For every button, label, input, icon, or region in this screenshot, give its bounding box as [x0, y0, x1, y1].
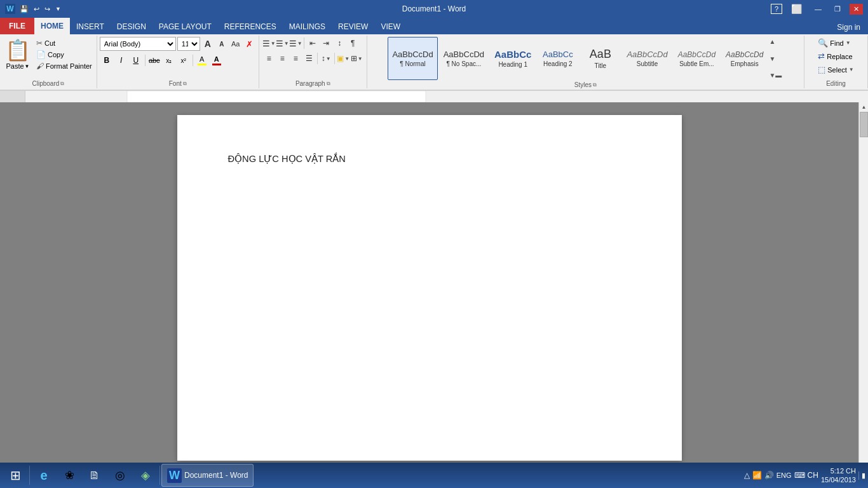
find-button[interactable]: 🔍 Find ▼	[815, 37, 857, 49]
app1-taskbar-btn[interactable]: ❀	[57, 464, 82, 487]
start-icon: ⊞	[10, 468, 21, 483]
tab-home[interactable]: HOME	[34, 18, 70, 34]
window-restore-btn[interactable]: ⬜	[787, 3, 806, 15]
styles-scroll-up[interactable]: ▲	[769, 38, 782, 45]
align-center-btn[interactable]: ≡	[276, 52, 288, 65]
grow-font-btn[interactable]: A	[201, 37, 214, 50]
select-icon: ⬚	[818, 65, 825, 74]
font-color-btn[interactable]: A	[210, 53, 224, 67]
paragraph-expand-icon[interactable]: ⧉	[327, 81, 330, 87]
styles-scroll-down[interactable]: ▼	[769, 55, 782, 62]
font-name-select[interactable]: Arial (Body)	[100, 37, 176, 51]
clear-format-btn[interactable]: ✗	[243, 37, 256, 50]
numbering-btn[interactable]: ☰▼	[276, 37, 288, 50]
app2-taskbar-btn[interactable]: 🗎	[82, 464, 107, 487]
shrink-font-btn[interactable]: A	[215, 37, 228, 50]
find-dropdown-icon[interactable]: ▼	[846, 40, 851, 46]
show-formatting-btn[interactable]: ¶	[346, 37, 359, 50]
keyboard-icon: ⌨	[794, 471, 805, 480]
select-dropdown-icon[interactable]: ▼	[849, 67, 854, 72]
bold-btn[interactable]: B	[100, 53, 114, 67]
style-subtle-label: Subtle Em...	[679, 60, 714, 67]
document-content[interactable]: ĐỘNG LỰC HỌC VẬT RẮN	[228, 153, 631, 164]
tab-pagelayout[interactable]: PAGE LAYOUT	[153, 19, 218, 34]
bullets-btn[interactable]: ☰▼	[262, 37, 275, 50]
text-highlight-btn[interactable]: A	[195, 53, 209, 67]
tab-mailings[interactable]: MAILINGS	[283, 19, 332, 34]
format-painter-button[interactable]: 🖌 Format Painter	[34, 61, 94, 71]
style-title[interactable]: AaB Title	[580, 37, 621, 80]
sort-btn[interactable]: ↕	[333, 37, 346, 50]
tab-design[interactable]: DESIGN	[111, 19, 153, 34]
style-heading2[interactable]: AaBbCc Heading 2	[537, 37, 578, 80]
tab-file[interactable]: FILE	[0, 18, 34, 34]
font-size-select[interactable]: 11	[177, 37, 200, 51]
tab-review[interactable]: REVIEW	[332, 19, 374, 34]
help-btn[interactable]: ?	[771, 4, 782, 14]
app4-taskbar-btn[interactable]: ◈	[133, 464, 158, 487]
increase-indent-btn[interactable]: ⇥	[320, 37, 332, 50]
font-group: Arial (Body) 11 A A Aa ✗ B I U abc x₂ x²	[97, 36, 259, 88]
underline-btn[interactable]: U	[129, 53, 143, 67]
sign-in-btn[interactable]: Sign in	[832, 20, 865, 34]
replace-button[interactable]: ⇄ Replace	[815, 50, 857, 62]
save-quick-btn[interactable]: 💾	[18, 4, 31, 15]
style-subtle-emphasis[interactable]: AaBbCcDd Subtle Em...	[674, 37, 720, 80]
style-h2-preview: AaBbCc	[543, 50, 573, 59]
window-minimize-btn[interactable]: —	[811, 4, 825, 14]
style-no-spacing[interactable]: AaBbCcDd ¶ No Spac...	[439, 37, 489, 80]
start-btn[interactable]: ⊞	[3, 464, 28, 487]
scroll-arrow-up[interactable]: ▲	[859, 102, 868, 112]
subscript-btn[interactable]: x₂	[162, 53, 176, 67]
style-normal-preview: AaBbCcDd	[392, 50, 433, 59]
style-emphasis[interactable]: AaBbCcDd Emphasis	[721, 37, 768, 80]
cut-button[interactable]: ✂ Cut	[34, 38, 94, 48]
undo-quick-btn[interactable]: ↩	[32, 4, 41, 15]
borders-btn[interactable]: ⊞▼	[350, 52, 363, 65]
ie-taskbar-btn[interactable]: e	[31, 464, 57, 487]
change-case-btn[interactable]: Aa	[229, 37, 242, 50]
justify-btn[interactable]: ☰	[302, 52, 315, 65]
font-expand-icon[interactable]: ⧉	[183, 81, 187, 87]
clipboard-expand-icon[interactable]: ⧉	[60, 81, 64, 87]
style-subtitle[interactable]: AaBbCcDd Subtitle	[622, 37, 672, 80]
taskbar-right: △ 📶 🔊 ENG ⌨ CH 5:12 CH 15/04/2013 ▮	[744, 466, 865, 485]
redo-quick-btn[interactable]: ↪	[43, 4, 52, 15]
styles-expand-btn[interactable]: ▼▬	[769, 72, 782, 79]
style-normal[interactable]: AaBbCcDd ¶ Normal	[388, 37, 437, 80]
styles-expand-icon[interactable]: ⧉	[593, 82, 597, 88]
window-maximize-btn[interactable]: ❐	[831, 4, 844, 15]
style-heading1[interactable]: AaBbCc Heading 1	[490, 37, 536, 80]
tab-view[interactable]: VIEW	[374, 19, 407, 34]
italic-btn[interactable]: I	[114, 53, 128, 67]
strikethrough-btn[interactable]: abc	[147, 53, 161, 67]
scroll-thumb[interactable]	[860, 112, 868, 137]
customize-quick-btn[interactable]: ▼	[53, 4, 63, 13]
window-close-btn[interactable]: ✕	[850, 4, 863, 15]
line-spacing-btn[interactable]: ↕▼	[320, 52, 332, 65]
chrome-taskbar-btn[interactable]: ◎	[107, 464, 133, 487]
paste-dropdown-icon[interactable]: ▼	[25, 64, 30, 69]
paragraph-label: Paragraph ⧉	[262, 79, 364, 87]
document-title[interactable]: ĐỘNG LỰC HỌC VẬT RẮN	[228, 153, 631, 164]
tab-insert[interactable]: INSERT	[70, 19, 111, 34]
paste-button[interactable]: 📋 Paste ▼	[3, 37, 33, 71]
window-title: Document1 - Word	[402, 4, 466, 13]
find-icon: 🔍	[818, 38, 828, 48]
align-left-btn[interactable]: ≡	[262, 52, 275, 65]
copy-button[interactable]: 📄 Copy	[34, 50, 94, 60]
shading-btn[interactable]: ▣▼	[337, 52, 349, 65]
title-bar-left: W 💾 ↩ ↪ ▼	[5, 4, 63, 15]
multilevel-btn[interactable]: ☰▼	[289, 37, 302, 50]
word-task-btn[interactable]: W Document1 - Word	[161, 464, 254, 487]
style-emphasis-label: Emphasis	[731, 60, 759, 67]
align-right-btn[interactable]: ≡	[289, 52, 302, 65]
notification-icon[interactable]: △	[744, 471, 750, 480]
superscript-btn[interactable]: x²	[177, 53, 191, 67]
style-subtle-preview: AaBbCcDd	[678, 50, 715, 59]
select-button[interactable]: ⬚ Select ▼	[815, 64, 857, 76]
ribbon: 📋 Paste ▼ ✂ Cut 📄 Copy 🖌 Format Painter	[0, 34, 868, 90]
decrease-indent-btn[interactable]: ⇤	[306, 37, 319, 50]
show-desktop-btn[interactable]: ▮	[858, 471, 865, 480]
tab-references[interactable]: REFERENCES	[218, 19, 283, 34]
